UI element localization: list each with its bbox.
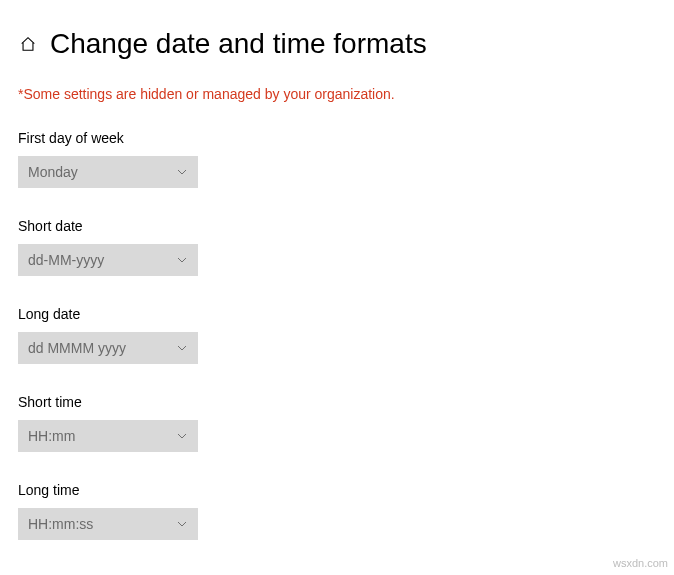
first-day-of-week-label: First day of week <box>18 130 656 146</box>
chevron-down-icon <box>174 340 190 356</box>
long-time-label: Long time <box>18 482 656 498</box>
short-date-value: dd-MM-yyyy <box>28 252 174 268</box>
setting-short-time: Short time HH:mm <box>18 394 656 452</box>
setting-first-day-of-week: First day of week Monday <box>18 130 656 188</box>
setting-long-time: Long time HH:mm:ss <box>18 482 656 540</box>
short-time-label: Short time <box>18 394 656 410</box>
long-time-dropdown[interactable]: HH:mm:ss <box>18 508 198 540</box>
watermark-text: wsxdn.com <box>613 557 668 569</box>
long-date-value: dd MMMM yyyy <box>28 340 174 356</box>
first-day-of-week-dropdown[interactable]: Monday <box>18 156 198 188</box>
chevron-down-icon <box>174 516 190 532</box>
long-time-value: HH:mm:ss <box>28 516 174 532</box>
page-header: Change date and time formats <box>18 30 656 58</box>
org-warning-text: *Some settings are hidden or managed by … <box>18 86 656 102</box>
short-date-dropdown[interactable]: dd-MM-yyyy <box>18 244 198 276</box>
chevron-down-icon <box>174 428 190 444</box>
chevron-down-icon <box>174 164 190 180</box>
long-date-label: Long date <box>18 306 656 322</box>
short-date-label: Short date <box>18 218 656 234</box>
first-day-of-week-value: Monday <box>28 164 174 180</box>
chevron-down-icon <box>174 252 190 268</box>
page-title: Change date and time formats <box>50 30 427 58</box>
short-time-dropdown[interactable]: HH:mm <box>18 420 198 452</box>
long-date-dropdown[interactable]: dd MMMM yyyy <box>18 332 198 364</box>
short-time-value: HH:mm <box>28 428 174 444</box>
home-icon[interactable] <box>18 34 38 54</box>
setting-short-date: Short date dd-MM-yyyy <box>18 218 656 276</box>
setting-long-date: Long date dd MMMM yyyy <box>18 306 656 364</box>
